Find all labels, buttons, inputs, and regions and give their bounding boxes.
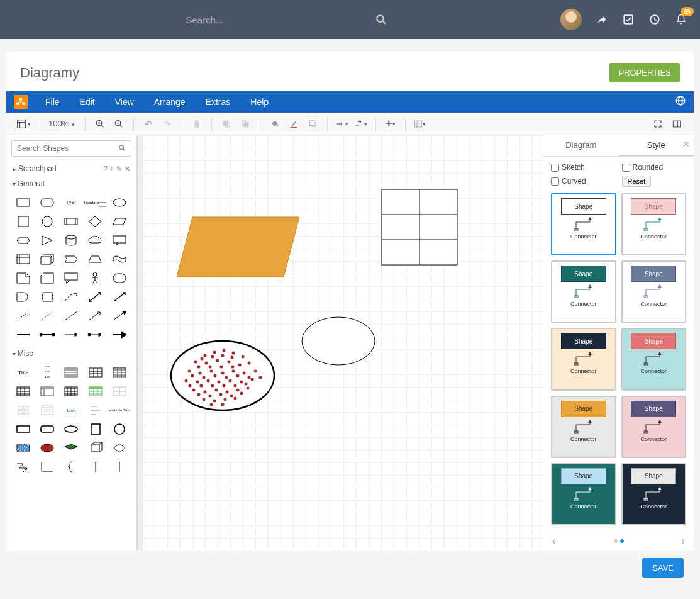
redo-icon[interactable]: ↷ (159, 116, 175, 132)
canvas-shape-dotted-ellipse[interactable] (167, 337, 281, 418)
shape-table3[interactable] (60, 383, 82, 400)
shape-circle[interactable] (36, 213, 58, 230)
global-search-input[interactable] (186, 13, 375, 26)
shape-square[interactable] (13, 213, 34, 230)
shape-bidir-arrow[interactable] (84, 289, 106, 305)
shape-ellipse2[interactable] (60, 421, 82, 437)
search-icon[interactable] (118, 144, 126, 154)
style-preset-7[interactable]: ShapeConnector (621, 396, 687, 458)
shape-vline[interactable] (85, 459, 106, 475)
layout-dropdown-icon[interactable]: ▾ (15, 116, 31, 132)
shape-note[interactable] (13, 270, 34, 286)
to-front-icon[interactable] (218, 116, 235, 132)
insert-icon[interactable]: +▾ (382, 116, 399, 132)
style-preset-9[interactable]: ShapeConnector (621, 463, 687, 525)
shape-process[interactable] (60, 213, 82, 230)
shape-curve[interactable] (60, 289, 82, 305)
shape-table2[interactable] (13, 383, 34, 400)
shape-link[interactable]: Link (60, 402, 82, 418)
shape-cloud[interactable] (84, 232, 106, 249)
shape-dotted-ellipse[interactable] (36, 440, 58, 456)
menu-edit[interactable]: Edit (70, 97, 105, 107)
menu-file[interactable]: File (35, 97, 70, 107)
shape-cube[interactable] (36, 251, 58, 267)
shape-list2[interactable] (60, 364, 82, 381)
close-panel-icon[interactable]: ✕ (682, 139, 690, 149)
avatar[interactable] (560, 9, 582, 30)
section-misc[interactable]: Misc (6, 345, 136, 362)
canvas[interactable] (142, 135, 543, 551)
scratchpad-edit-icon[interactable]: ✎ (116, 165, 122, 173)
shape-zigzag[interactable] (13, 459, 34, 475)
shape-or[interactable] (109, 270, 130, 286)
curved-checkbox[interactable]: Curved (551, 177, 616, 186)
search-icon[interactable] (375, 13, 387, 26)
save-button[interactable]: SAVE (642, 558, 684, 578)
shape-ellipse[interactable] (109, 194, 130, 211)
shape-rect2[interactable] (13, 421, 34, 437)
style-preset-5[interactable]: ShapeConnector (621, 328, 687, 390)
share-icon[interactable] (596, 13, 608, 26)
shadow-icon[interactable] (304, 116, 321, 132)
shape-circle2[interactable] (109, 421, 130, 437)
shape-connector3[interactable] (60, 327, 82, 343)
scratchpad-add-icon[interactable]: + (110, 165, 114, 173)
shape-table-green[interactable] (85, 383, 106, 400)
shape-data-storage[interactable] (36, 289, 58, 305)
globe-icon[interactable] (675, 95, 686, 109)
pager-prev-icon[interactable]: ‹ (552, 535, 555, 547)
canvas-shape-table[interactable] (381, 189, 463, 271)
style-preset-4[interactable]: ShapeConnector (551, 328, 616, 390)
scratchpad-close-icon[interactable]: ✕ (125, 165, 130, 173)
shape-diamond[interactable] (84, 213, 106, 230)
style-preset-8[interactable]: ShapeConnector (551, 463, 616, 525)
shape-and[interactable] (13, 289, 34, 305)
menu-view[interactable]: View (105, 97, 144, 107)
reset-button[interactable]: Reset (622, 176, 652, 187)
shape-connector5[interactable] (109, 327, 130, 343)
shape-line-arrow[interactable] (84, 308, 106, 324)
shape-window[interactable] (36, 383, 58, 400)
shape-text[interactable]: Text (60, 194, 82, 211)
canvas-shape-ellipse[interactable] (299, 315, 381, 371)
shape-variable[interactable]: Variable Text (109, 402, 130, 418)
shape-cube2[interactable] (85, 440, 106, 456)
shape-triangle[interactable] (36, 232, 58, 249)
shape-angle[interactable] (36, 459, 58, 475)
sketch-checkbox[interactable]: Sketch (551, 163, 616, 172)
pager-next-icon[interactable]: › (682, 535, 685, 547)
shape-table4[interactable] (109, 383, 130, 400)
shape-rounded-rect[interactable] (36, 194, 58, 211)
zoom-in-icon[interactable] (92, 116, 108, 132)
shape-callout2[interactable] (60, 270, 82, 286)
connection-icon[interactable]: ▾ (334, 116, 350, 132)
fill-icon[interactable] (267, 116, 283, 132)
shape-diamond2[interactable] (109, 440, 130, 456)
fullscreen-icon[interactable] (650, 116, 666, 132)
undo-icon[interactable]: ↶ (140, 116, 157, 132)
shape-lined-box[interactable] (36, 402, 58, 418)
app-logo-icon[interactable] (14, 95, 28, 109)
shape-heading[interactable]: Heading━━━━━━ (84, 194, 106, 211)
shape-search-input[interactable] (11, 140, 131, 157)
menu-help[interactable]: Help (240, 97, 279, 107)
clock-icon[interactable] (648, 13, 661, 26)
shape-parallelogram[interactable] (109, 213, 130, 230)
shape-vline2[interactable] (109, 459, 130, 475)
splitter-left[interactable] (137, 135, 142, 551)
shape-boxes[interactable] (13, 402, 34, 418)
to-back-icon[interactable] (237, 116, 253, 132)
shape-tape[interactable] (109, 251, 130, 267)
style-preset-6[interactable]: ShapeConnector (551, 396, 616, 458)
shape-card[interactable] (36, 270, 58, 286)
shape-connector2[interactable] (36, 327, 58, 343)
shape-hatched[interactable] (13, 440, 34, 456)
shape-dashed[interactable] (13, 308, 34, 324)
menu-arrange[interactable]: Arrange (144, 97, 196, 107)
shape-internal-storage[interactable] (13, 251, 34, 267)
shape-isometric[interactable] (60, 440, 82, 456)
shape-rect[interactable] (13, 194, 34, 211)
menu-extras[interactable]: Extras (196, 97, 241, 107)
style-preset-1[interactable]: ShapeConnector (621, 193, 687, 255)
shape-line-arrow2[interactable] (109, 308, 130, 324)
